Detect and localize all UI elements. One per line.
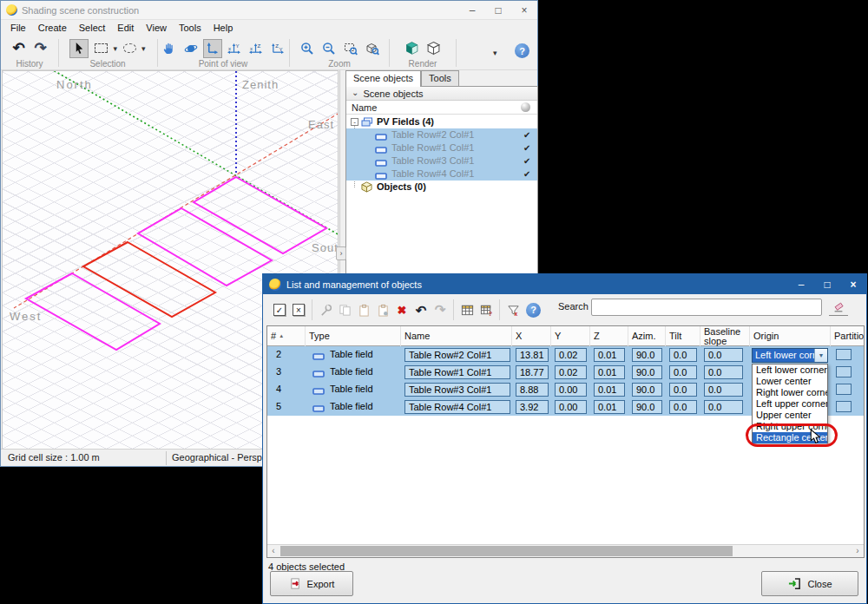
table-query-icon[interactable]: ? [477, 301, 496, 318]
menu-edit[interactable]: Edit [111, 20, 140, 36]
menu-create[interactable]: Create [32, 20, 73, 36]
deselect-all-icon[interactable]: × [289, 301, 308, 318]
tab-scene-objects[interactable]: Scene objects [345, 70, 421, 87]
dialog-close-button[interactable]: × [840, 276, 866, 293]
redo-icon[interactable]: ↷ [431, 301, 450, 318]
dialog-minimize-button[interactable]: – [788, 276, 814, 293]
table-row[interactable]: 2 Table field Table Row#2 Col#1 13.81 0.… [267, 346, 865, 364]
pv-table-outline[interactable] [26, 273, 160, 350]
pointer-select-icon[interactable] [69, 39, 89, 58]
col-header-z[interactable]: Z [590, 326, 628, 346]
col-header-x[interactable]: X [512, 326, 551, 346]
tilt-field[interactable]: 0.0 [669, 400, 697, 414]
dialog-maximize-button[interactable]: □ [814, 276, 840, 293]
name-field[interactable]: Table Row#4 Col#1 [404, 400, 510, 414]
partition-checkbox[interactable] [836, 366, 852, 378]
zoom-window-icon[interactable] [341, 39, 360, 58]
redo-icon[interactable]: ↷ [31, 39, 50, 58]
baseline-field[interactable]: 0.0 [704, 400, 743, 414]
visibility-sphere-icon[interactable] [521, 102, 530, 112]
baseline-field[interactable]: 0.0 [704, 365, 743, 379]
delete-icon[interactable]: ✖ [392, 301, 411, 318]
dialog-titlebar[interactable]: List and management of objects – □ × [263, 274, 866, 294]
close-button[interactable]: × [511, 2, 537, 19]
menu-file[interactable]: File [4, 20, 32, 36]
render-solid-icon[interactable] [403, 39, 422, 58]
name-field[interactable]: Table Row#2 Col#1 [404, 348, 510, 362]
baseline-field[interactable]: 0.0 [704, 348, 743, 362]
dropdown-option[interactable]: Lower center [753, 376, 827, 387]
table-view-icon[interactable] [457, 301, 477, 318]
undo-icon[interactable]: ↶ [411, 301, 431, 318]
main-titlebar[interactable]: Shading scene construction – □ × [1, 1, 537, 20]
menu-tools[interactable]: Tools [173, 20, 207, 36]
zoom-out-icon[interactable] [319, 39, 339, 58]
rectangle-select-caret-icon[interactable]: ▾ [113, 44, 117, 53]
x-field[interactable]: 13.81 [516, 348, 549, 362]
expander-icon[interactable]: - [351, 118, 358, 126]
horizontal-scrollbar[interactable]: ‹ › [267, 544, 864, 557]
visible-checkmark-icon[interactable]: ✔ [523, 143, 530, 153]
x-field[interactable]: 8.88 [516, 383, 549, 397]
zoom-extents-icon[interactable] [363, 39, 382, 58]
paste-special-icon[interactable] [373, 301, 392, 318]
rectangle-select-icon[interactable] [91, 39, 110, 58]
y-field[interactable]: 0.02 [555, 348, 587, 362]
y-field[interactable]: 0.02 [555, 365, 587, 379]
origin-combobox[interactable]: Left lower corner▼ [752, 348, 828, 363]
menu-view[interactable]: View [140, 20, 173, 36]
pv-table-outline[interactable] [138, 208, 272, 286]
lasso-select-icon[interactable] [120, 39, 139, 58]
z-field[interactable]: 0.01 [594, 348, 625, 362]
maximize-button[interactable]: □ [485, 2, 511, 19]
azim-field[interactable]: 90.0 [632, 400, 662, 414]
y-field[interactable]: 0.00 [555, 383, 587, 397]
col-header-type[interactable]: Type [306, 326, 401, 346]
visible-checkmark-icon[interactable]: ✔ [523, 130, 530, 140]
export-button[interactable]: Export [270, 571, 353, 596]
z-field[interactable]: 0.01 [594, 383, 625, 397]
filter-icon[interactable]: x [503, 301, 523, 318]
select-all-icon[interactable]: ✓ [270, 301, 289, 318]
dropdown-option[interactable]: Right lower corner [753, 387, 827, 398]
col-header-partition[interactable]: Partition [831, 326, 865, 346]
col-header-baseline-slope[interactable]: Baseline slope [700, 326, 750, 346]
tree-group-pv-fields[interactable]: - PV Fields (4) [346, 115, 537, 128]
visible-checkmark-icon[interactable]: ✔ [523, 169, 530, 179]
visible-checkmark-icon[interactable]: ✔ [523, 156, 530, 166]
clear-search-icon[interactable] [829, 299, 848, 316]
panel-header[interactable]: ⌄ Scene objects [346, 87, 537, 101]
axes-view-icon[interactable] [203, 39, 222, 58]
azim-field[interactable]: 90.0 [632, 348, 662, 362]
col-header-azim[interactable]: Azim. [628, 326, 666, 346]
zoom-in-icon[interactable] [298, 39, 317, 58]
azim-field[interactable]: 90.0 [632, 383, 662, 397]
azim-field[interactable]: 90.0 [632, 365, 662, 379]
partition-checkbox[interactable] [836, 349, 852, 360]
splitter-expand-button[interactable]: › [336, 246, 346, 260]
y-field[interactable]: 0.00 [555, 400, 587, 414]
col-header-name[interactable]: Name [401, 326, 512, 346]
combo-arrow-icon[interactable]: ▼ [814, 349, 827, 362]
undo-icon[interactable]: ↶ [10, 39, 29, 58]
tilt-field[interactable]: 0.0 [669, 348, 697, 362]
modify-wrench-icon[interactable] [316, 301, 335, 318]
view-zy-icon[interactable]: ZY [268, 39, 287, 58]
view-xy-icon[interactable]: Yx [225, 39, 244, 58]
menu-help[interactable]: Help [207, 20, 240, 36]
render-wireframe-icon[interactable] [424, 39, 444, 58]
partition-checkbox[interactable] [836, 384, 852, 395]
scroll-thumb[interactable] [280, 546, 733, 556]
col-header-origin[interactable]: Origin [750, 326, 831, 346]
copy-icon[interactable] [335, 301, 354, 318]
tilt-field[interactable]: 0.0 [669, 383, 697, 397]
tree-group-objects[interactable]: Objects (0) [346, 181, 537, 194]
toolbar-overflow-caret-icon[interactable]: ▾ [493, 49, 497, 57]
baseline-field[interactable]: 0.0 [704, 383, 743, 397]
dropdown-option[interactable]: Left upper corner [753, 398, 827, 410]
tree-item[interactable]: Table Row#1 Col#1 ✔ [346, 141, 537, 154]
partition-checkbox[interactable] [836, 401, 852, 412]
menu-select[interactable]: Select [73, 20, 112, 36]
tab-tools[interactable]: Tools [421, 70, 459, 86]
help-icon[interactable]: ? [515, 43, 529, 58]
